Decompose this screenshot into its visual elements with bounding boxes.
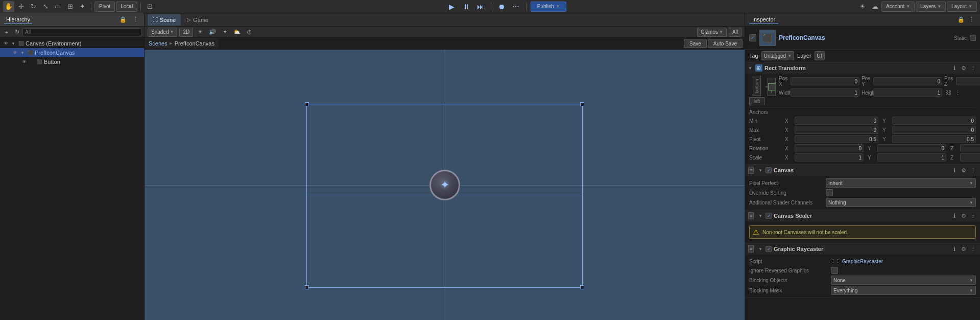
lighting-scene-btn[interactable]: ☀ <box>195 28 205 37</box>
more-btn[interactable]: ⋯ <box>510 1 522 12</box>
sky-btn[interactable]: ⛅ <box>232 28 242 37</box>
rot-z-input[interactable] <box>960 144 980 152</box>
handle-bl[interactable] <box>305 285 309 289</box>
all-btn[interactable]: All <box>729 28 742 37</box>
cloud-btn[interactable]: ☁ <box>869 1 880 12</box>
gr-script-link[interactable]: ⋮⋮ GraphicRaycaster <box>831 259 883 264</box>
fx-btn[interactable]: ✦ <box>220 28 230 37</box>
gr-header[interactable]: ≡ ▼ ✓ Graphic Raycaster ℹ ⚙ ⋮ <box>745 243 980 255</box>
inspector-more-icon[interactable]: ⋮ <box>967 15 976 25</box>
extra-tool-btn[interactable]: ⊡ <box>144 1 155 12</box>
override-sorting-toggle[interactable] <box>826 189 833 196</box>
anchor-widget[interactable] <box>768 78 776 96</box>
hierarchy-tab[interactable]: Hierarchy <box>4 15 32 24</box>
layers-btn[interactable]: Layers ▼ <box>916 2 946 12</box>
hierarchy-more-btn[interactable]: ⋮ <box>131 15 140 25</box>
handle-tl[interactable] <box>305 102 309 106</box>
anchors-min-x-input[interactable] <box>795 117 878 125</box>
refresh-hierarchy-btn[interactable]: ↻ <box>12 28 21 37</box>
static-checkbox[interactable] <box>970 35 976 41</box>
scale-z-input[interactable] <box>960 153 980 162</box>
canvas-header[interactable]: ≡ ▼ ✓ Canvas ℹ ⚙ ⋮ <box>745 165 980 176</box>
anchors-max-x-input[interactable] <box>795 126 878 134</box>
pivot-y-input[interactable] <box>892 135 976 143</box>
blocking-objects-dropdown[interactable]: None ▼ <box>831 276 976 285</box>
hierarchy-search[interactable] <box>22 28 142 36</box>
scene-tab[interactable]: ⛶ Scene <box>148 14 181 26</box>
inspector-tab[interactable]: Inspector <box>749 15 778 24</box>
pause-btn[interactable]: ⏸ <box>460 1 472 12</box>
scene-button-object[interactable]: ✦ <box>429 170 460 200</box>
scaler-checkbox[interactable]: ✓ <box>766 213 772 219</box>
canvas-gear-btn[interactable]: ⚙ <box>960 166 968 174</box>
auto-save-btn[interactable]: Auto Save <box>708 39 743 48</box>
gr-gear-btn[interactable]: ⚙ <box>960 245 968 253</box>
account-btn[interactable]: Account ▼ <box>881 2 915 12</box>
canvas-scaler-header[interactable]: ≡ ▼ ✓ Canvas Scaler ℹ ⚙ ⋮ <box>745 210 980 221</box>
list-item[interactable]: 👁 ⬛ Button <box>0 57 144 66</box>
layer-dropdown[interactable]: UI <box>815 51 825 60</box>
height-input[interactable] <box>873 88 942 97</box>
play-btn[interactable]: ▶ <box>446 1 458 12</box>
inspector-lock-icon[interactable]: 🔒 <box>957 15 966 25</box>
scaler-info-btn[interactable]: ℹ <box>950 212 959 220</box>
additional-shader-dropdown[interactable]: Nothing ▼ <box>826 198 976 207</box>
rect-transform-header[interactable]: ▼ ⊞ Rect Transform ℹ ⚙ ⋮ <box>745 62 980 74</box>
size-more-btn[interactable]: ⋮ <box>953 88 962 97</box>
pos-y-input[interactable] <box>873 77 942 85</box>
tag-dropdown[interactable]: Untagged ▼ <box>761 51 794 60</box>
gr-checkbox[interactable]: ✓ <box>766 246 772 252</box>
anchors-min-y-input[interactable] <box>892 117 976 125</box>
scaler-gear-btn[interactable]: ⚙ <box>960 212 968 220</box>
handle-tr[interactable] <box>580 102 584 106</box>
pivot-x-input[interactable] <box>795 135 878 143</box>
rect-tool-btn[interactable]: ▭ <box>52 1 63 12</box>
rt-info-btn[interactable]: ℹ <box>950 64 959 72</box>
gizmos-btn[interactable]: Gizmos ▼ <box>697 28 727 37</box>
width-input[interactable] <box>791 88 859 97</box>
handle-br[interactable] <box>580 285 584 289</box>
2d-btn[interactable]: 2D <box>179 28 193 37</box>
save-btn[interactable]: Save <box>684 39 707 48</box>
rot-y-input[interactable] <box>877 144 946 152</box>
record-btn[interactable]: ⏺ <box>495 1 508 12</box>
scaler-more-btn[interactable]: ⋮ <box>969 212 977 220</box>
rot-x-input[interactable] <box>795 144 864 152</box>
custom-tool-btn[interactable]: ✦ <box>77 1 88 12</box>
gr-info-btn[interactable]: ℹ <box>950 245 959 253</box>
step-btn[interactable]: ⏭ <box>474 1 487 12</box>
scale-tool-btn[interactable]: ⤡ <box>40 1 51 12</box>
constrain-btn[interactable]: ⛓ <box>944 88 952 97</box>
canvas-more-btn[interactable]: ⋮ <box>969 166 977 174</box>
list-item[interactable]: 👁 ▼ ⬛ PrefIconCanvas <box>0 48 144 57</box>
rotate-tool-btn[interactable]: ↻ <box>28 1 39 12</box>
layout-btn[interactable]: Layout ▼ <box>947 2 977 12</box>
shading-btn[interactable]: Shaded ▼ <box>148 28 177 37</box>
game-tab[interactable]: ▷ Game <box>182 14 213 26</box>
move-tool-btn[interactable]: ✛ <box>15 1 27 12</box>
local-btn[interactable]: Local <box>116 2 137 12</box>
anim-btn[interactable]: ⏱ <box>244 28 254 37</box>
gr-more-btn[interactable]: ⋮ <box>969 245 977 253</box>
list-item[interactable]: 👁 ▼ ⬛ Canvas (Environment) <box>0 39 144 48</box>
lighting-btn[interactable]: ☀ <box>857 1 868 12</box>
scenes-link[interactable]: Scenes <box>149 40 168 47</box>
scale-x-input[interactable] <box>795 153 864 162</box>
blocking-mask-dropdown[interactable]: Everything ▼ <box>831 286 976 295</box>
pos-x-input[interactable] <box>791 77 859 85</box>
add-hierarchy-btn[interactable]: + <box>2 28 11 37</box>
publish-btn[interactable]: Publish ▼ <box>531 2 567 12</box>
object-active-checkbox[interactable]: ✓ <box>749 34 756 41</box>
pos-z-input[interactable] <box>956 77 980 85</box>
rt-gear-btn[interactable]: ⚙ <box>960 64 968 72</box>
canvas-info-btn[interactable]: ℹ <box>950 166 959 174</box>
anchors-max-y-input[interactable] <box>892 126 976 134</box>
pixel-perfect-dropdown[interactable]: Inherit ▼ <box>826 178 976 188</box>
scale-y-input[interactable] <box>877 153 946 162</box>
hierarchy-lock-btn[interactable]: 🔒 <box>118 15 128 25</box>
canvas-checkbox[interactable]: ✓ <box>766 167 772 173</box>
hand-tool-btn[interactable]: ✋ <box>3 1 14 12</box>
transform-tool-btn[interactable]: ⊞ <box>64 1 76 12</box>
rt-more-btn[interactable]: ⋮ <box>969 64 977 72</box>
gr-ignore-toggle[interactable] <box>831 267 838 274</box>
